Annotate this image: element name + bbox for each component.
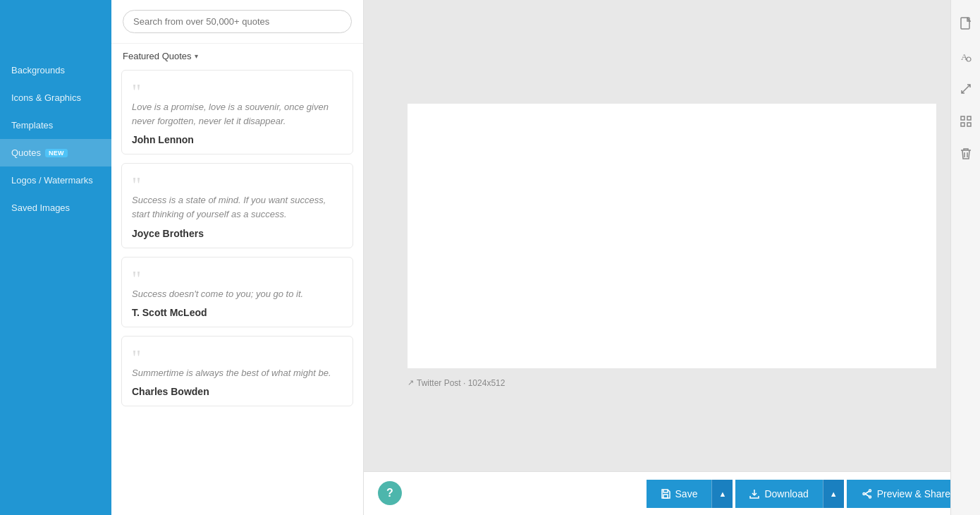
quote-author-4: Charles Bowden bbox=[132, 386, 343, 397]
save-arrow-button[interactable]: ▲ bbox=[711, 480, 733, 508]
help-button[interactable]: ? bbox=[378, 481, 402, 505]
download-arrow-button[interactable]: ▲ bbox=[823, 480, 844, 508]
quote-author-2: Joyce Brothers bbox=[132, 228, 343, 239]
quotes-list: " Love is a promise, love is a souvenir,… bbox=[111, 67, 363, 515]
sidebar-item-backgrounds[interactable]: Backgrounds bbox=[0, 56, 111, 84]
text-tool-icon[interactable]: A bbox=[956, 47, 976, 66]
download-icon bbox=[749, 489, 759, 499]
sidebar-item-label: Saved Images bbox=[11, 202, 70, 213]
quote-text-3: Success doesn't come to you; you go to i… bbox=[132, 287, 343, 301]
svg-point-7 bbox=[869, 490, 871, 492]
grid-tool-icon[interactable] bbox=[956, 111, 976, 131]
quote-text-4: Summertime is always the best of what mi… bbox=[132, 366, 343, 380]
quote-card-4[interactable]: " Summertime is always the best of what … bbox=[121, 336, 353, 406]
share-icon bbox=[862, 489, 872, 499]
quote-card-1[interactable]: " Love is a promise, love is a souvenir,… bbox=[121, 70, 353, 154]
svg-point-8 bbox=[869, 496, 871, 498]
expand-icon: ↗ bbox=[408, 378, 414, 387]
download-label: Download bbox=[764, 488, 808, 499]
chevron-down-icon: ▾ bbox=[195, 52, 198, 60]
sidebar-item-quotes[interactable]: Quotes NEW bbox=[0, 139, 111, 166]
right-toolbar: A bbox=[950, 0, 980, 515]
download-button[interactable]: Download bbox=[735, 480, 822, 508]
sidebar-item-label: Templates bbox=[11, 120, 53, 131]
svg-point-9 bbox=[863, 492, 865, 495]
resize-tool-icon[interactable] bbox=[956, 79, 976, 99]
svg-rect-5 bbox=[961, 123, 964, 126]
quote-card-2[interactable]: " Success is a state of mind. If you wan… bbox=[121, 163, 353, 248]
delete-tool-icon[interactable] bbox=[956, 144, 976, 164]
sidebar-item-saved-images[interactable]: Saved Images bbox=[0, 194, 111, 222]
sidebar-item-logos-watermarks[interactable]: Logos / Watermarks bbox=[0, 166, 111, 194]
preview-share-label: Preview & Share bbox=[877, 488, 950, 499]
svg-rect-4 bbox=[967, 116, 971, 120]
help-icon: ? bbox=[386, 487, 393, 499]
quote-card-3[interactable]: " Success doesn't come to you; you go to… bbox=[121, 257, 353, 327]
canvas-frame bbox=[408, 104, 936, 368]
sidebar-item-label: Logos / Watermarks bbox=[11, 175, 93, 186]
save-arrow-icon: ▲ bbox=[719, 490, 727, 498]
sidebar-item-icons-graphics[interactable]: Icons & Graphics bbox=[0, 84, 111, 111]
middle-panel: Featured Quotes ▾ " Love is a promise, l… bbox=[111, 0, 364, 515]
quote-author-1: John Lennon bbox=[132, 134, 343, 145]
download-button-group: Download ▲ bbox=[735, 480, 843, 508]
page-tool-icon[interactable] bbox=[956, 14, 976, 34]
save-icon bbox=[661, 489, 670, 499]
save-button-group: Save ▲ bbox=[647, 480, 733, 508]
quote-text-2: Success is a state of mind. If you want … bbox=[132, 193, 343, 222]
svg-rect-6 bbox=[967, 123, 971, 126]
save-button[interactable]: Save bbox=[647, 480, 712, 508]
canvas-size-label: Twitter Post · 1024x512 bbox=[417, 378, 505, 388]
bottom-bar: ? Save ▲ Download bbox=[364, 471, 980, 515]
section-header[interactable]: Featured Quotes ▾ bbox=[111, 44, 363, 67]
sidebar-item-label: Quotes bbox=[11, 147, 41, 158]
sidebar: Backgrounds Icons & Graphics Templates Q… bbox=[0, 0, 111, 515]
featured-quotes-label: Featured Quotes bbox=[123, 51, 192, 61]
preview-share-button[interactable]: Preview & Share bbox=[847, 480, 966, 508]
sidebar-item-templates[interactable]: Templates bbox=[0, 111, 111, 139]
download-arrow-icon: ▲ bbox=[830, 490, 838, 498]
search-bar-container bbox=[111, 0, 363, 44]
svg-rect-3 bbox=[961, 116, 964, 120]
search-input[interactable] bbox=[123, 10, 352, 33]
main-area: ↗ Twitter Post · 1024x512 A bbox=[364, 0, 980, 515]
new-badge: NEW bbox=[45, 149, 68, 157]
quote-text-1: Love is a promise, love is a souvenir, o… bbox=[132, 100, 343, 128]
quote-author-3: T. Scott McLeod bbox=[132, 307, 343, 318]
canvas-container: ↗ Twitter Post · 1024x512 bbox=[364, 0, 980, 471]
sidebar-item-label: Backgrounds bbox=[11, 65, 65, 75]
sidebar-item-label: Icons & Graphics bbox=[11, 92, 81, 103]
save-label: Save bbox=[675, 488, 698, 499]
canvas-label: ↗ Twitter Post · 1024x512 bbox=[408, 378, 505, 388]
